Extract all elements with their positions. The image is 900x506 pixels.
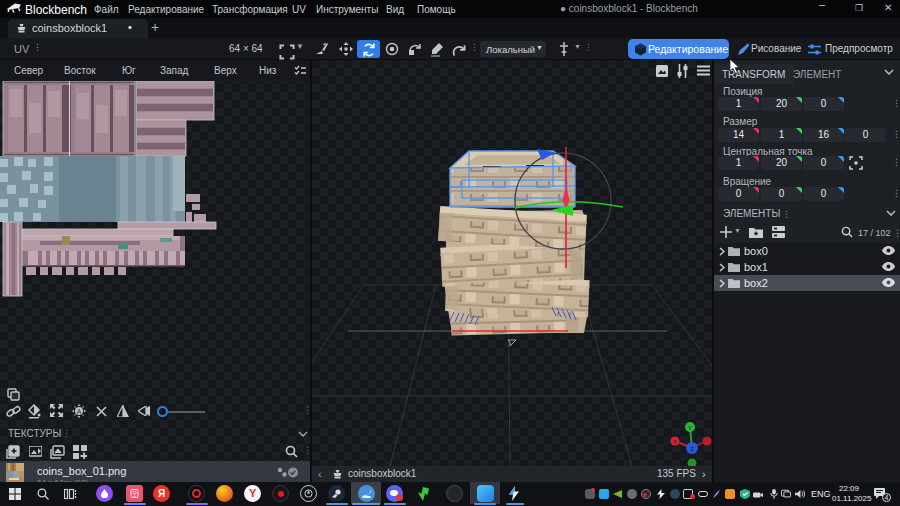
svg-text:X: X bbox=[673, 439, 677, 445]
svg-text:Y: Y bbox=[688, 425, 692, 431]
svg-text:Z: Z bbox=[690, 446, 694, 452]
svg-text:A: A bbox=[77, 408, 82, 415]
